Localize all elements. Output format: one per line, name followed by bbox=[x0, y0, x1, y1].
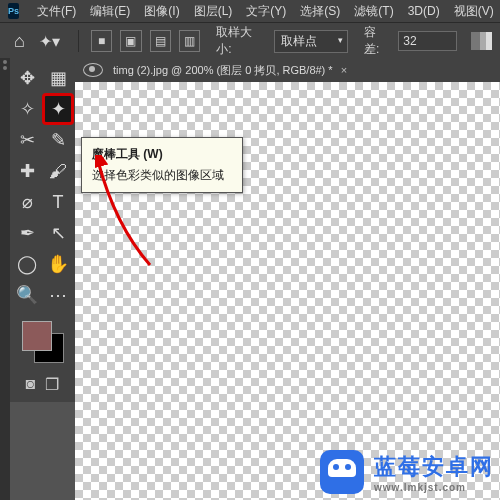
app-logo: Ps bbox=[8, 3, 19, 19]
options-bar: ⌂ ✦▾ ■ ▣ ▤ ▥ 取样大小: 取样点 ▾ 容差: 32 bbox=[0, 23, 500, 60]
document-tab-bar: timg (2).jpg @ 200% (图层 0 拷贝, RGB/8#) * … bbox=[75, 58, 500, 83]
sample-size-dropdown[interactable]: 取样点 ▾ bbox=[274, 30, 348, 53]
menu-bar: Ps 文件(F) 编辑(E) 图像(I) 图层(L) 文字(Y) 选择(S) 滤… bbox=[0, 0, 500, 23]
sample-size-value: 取样点 bbox=[281, 34, 317, 48]
artboard-tool[interactable]: ▦ bbox=[44, 64, 72, 92]
magic-wand-tool[interactable]: ✦ bbox=[44, 95, 72, 123]
histogram-icon[interactable] bbox=[471, 32, 492, 50]
watermark-text: 蓝莓安卓网 www.lmkjst.com bbox=[374, 452, 494, 493]
crop-tool[interactable]: ✂ bbox=[13, 126, 41, 154]
lasso-tool[interactable]: ✧ bbox=[13, 95, 41, 123]
current-tool-icon[interactable]: ✦▾ bbox=[39, 32, 60, 51]
menu-file[interactable]: 文件(F) bbox=[37, 3, 76, 20]
new-selection-icon[interactable]: ■ bbox=[91, 30, 112, 52]
menu-edit[interactable]: 编辑(E) bbox=[90, 3, 130, 20]
clone-tool[interactable]: ⌀ bbox=[13, 188, 41, 216]
left-dock bbox=[0, 58, 10, 500]
shape-tool[interactable]: ◯ bbox=[13, 250, 41, 278]
color-swatches[interactable] bbox=[20, 319, 66, 365]
android-robot-icon bbox=[320, 450, 364, 494]
subtract-selection-icon[interactable]: ▤ bbox=[150, 30, 171, 52]
home-icon[interactable]: ⌂ bbox=[14, 31, 25, 52]
hand-tool[interactable]: ✋ bbox=[44, 250, 72, 278]
toolbox: ✥▦✧✦✂✎✚🖌⌀T✒↖◯✋🔍⋯ ◙ ❐ bbox=[10, 58, 75, 402]
menu-image[interactable]: 图像(I) bbox=[144, 3, 179, 20]
dock-handle-icon[interactable] bbox=[1, 60, 9, 74]
pen-tool[interactable]: ✒ bbox=[13, 219, 41, 247]
document-tab-title[interactable]: timg (2).jpg @ 200% (图层 0 拷贝, RGB/8#) * bbox=[113, 63, 333, 78]
close-tab-icon[interactable]: × bbox=[341, 64, 347, 76]
type-tool[interactable]: T bbox=[44, 188, 72, 216]
menu-filter[interactable]: 滤镜(T) bbox=[354, 3, 393, 20]
watermark-brand-cn: 蓝莓安卓网 bbox=[374, 452, 494, 482]
sample-size-label: 取样大小: bbox=[216, 24, 266, 58]
visibility-icon[interactable] bbox=[83, 63, 103, 77]
intersect-selection-icon[interactable]: ▥ bbox=[179, 30, 200, 52]
menu-type[interactable]: 文字(Y) bbox=[246, 3, 286, 20]
tolerance-label: 容差: bbox=[364, 24, 390, 58]
watermark: 蓝莓安卓网 www.lmkjst.com bbox=[320, 450, 494, 494]
divider bbox=[78, 30, 79, 52]
chevron-down-icon: ▾ bbox=[338, 35, 343, 45]
healing-brush-tool[interactable]: ✚ bbox=[13, 157, 41, 185]
menu-view[interactable]: 视图(V) bbox=[454, 3, 494, 20]
menu-select[interactable]: 选择(S) bbox=[300, 3, 340, 20]
tooltip-description: 选择色彩类似的图像区域 bbox=[92, 167, 232, 184]
move-tool[interactable]: ✥ bbox=[13, 64, 41, 92]
path-select-tool[interactable]: ↖ bbox=[44, 219, 72, 247]
foreground-color-swatch[interactable] bbox=[22, 321, 52, 351]
menu-layer[interactable]: 图层(L) bbox=[194, 3, 233, 20]
menu-3d[interactable]: 3D(D) bbox=[408, 4, 440, 18]
zoom-tool[interactable]: 🔍 bbox=[13, 281, 41, 309]
tolerance-input[interactable]: 32 bbox=[398, 31, 456, 51]
tooltip-title: 魔棒工具 (W) bbox=[92, 146, 232, 163]
screen-mode-icon[interactable]: ❐ bbox=[45, 375, 59, 394]
brush-tool[interactable]: 🖌 bbox=[44, 157, 72, 185]
options-tool[interactable]: ⋯ bbox=[44, 281, 72, 309]
tool-tooltip: 魔棒工具 (W) 选择色彩类似的图像区域 bbox=[81, 137, 243, 193]
watermark-brand-url: www.lmkjst.com bbox=[374, 482, 494, 493]
quick-mask-icon[interactable]: ◙ bbox=[26, 375, 36, 394]
eyedropper-tool[interactable]: ✎ bbox=[44, 126, 72, 154]
add-selection-icon[interactable]: ▣ bbox=[120, 30, 141, 52]
